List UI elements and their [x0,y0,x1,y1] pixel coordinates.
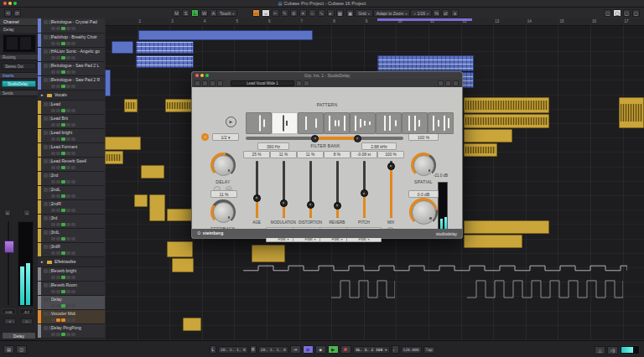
automation-l-button[interactable]: L [191,9,199,17]
plugin-bypass-icon[interactable] [195,80,200,86]
track-edit-button[interactable] [51,251,55,256]
track-read-button[interactable] [71,56,75,60]
preset-name-field[interactable]: Lead Vocal Wide 1 [231,80,294,86]
track-monitor-button[interactable] [56,70,60,75]
track-mute-button[interactable] [44,230,48,235]
track-read-button[interactable] [71,85,75,89]
workspace-toggle-2[interactable]: ▢ [613,9,621,17]
track-write-button[interactable] [66,223,70,227]
track-row[interactable]: Reverb Room [38,282,105,296]
menu-icon[interactable]: ≡ [451,9,459,17]
audio-clip[interactable] [141,165,164,178]
quantize-select[interactable]: ♪ 1/16▾ [410,9,432,17]
sends-section-header[interactable]: Sends [0,90,38,96]
metronome-icon[interactable]: △ [595,346,605,354]
automation-mode-select[interactable]: Touch▾ [216,9,237,17]
track-edit-button[interactable] [51,152,55,156]
pattern-tile-6[interactable] [376,112,402,134]
pattern-play-button[interactable]: ▶ [226,116,236,127]
track-record-button[interactable] [61,85,65,89]
plugin-settings-icon[interactable] [445,80,451,86]
audio-clip[interactable] [134,194,148,207]
track-edit-button[interactable] [51,70,55,75]
track-row[interactable]: 2ndR [38,200,105,215]
track-mute-button[interactable] [44,20,48,24]
play-tool[interactable]: ▸ [327,9,335,17]
audio-clip[interactable] [252,245,285,262]
track-write-button[interactable] [66,152,70,156]
track-mute-button[interactable] [44,49,48,54]
track-monitor-button[interactable] [56,194,60,199]
track-row[interactable]: Retrologue - Crystal Pad [38,18,105,34]
track-write-button[interactable] [66,70,70,75]
track-mute-button[interactable] [44,116,48,121]
track-row[interactable]: Reverb bright [38,267,105,282]
filter-low-value[interactable]: 390 Hz [257,142,289,150]
inserts-section-header[interactable]: Inserts [0,72,38,79]
track-mute-button[interactable] [44,202,48,206]
track-edit-button[interactable] [51,223,55,227]
right-locator-value[interactable]: 20. 1. 1. 0 [258,346,288,354]
track-mute-button[interactable] [44,269,48,273]
track-write-button[interactable] [66,276,70,280]
track-record-button[interactable] [61,123,65,127]
track-monitor-button[interactable] [56,42,60,46]
audio-clip[interactable] [464,114,549,128]
constrain-delay-icon[interactable]: ▤ [3,345,14,354]
plugin-resize-icon[interactable] [453,80,459,86]
track-read-button[interactable] [71,223,75,227]
channel-fader-handle[interactable] [4,241,14,253]
stop-button[interactable]: ■ [315,345,326,354]
midi-clip[interactable] [136,41,194,54]
track-record-button[interactable] [61,290,65,294]
track-read-button[interactable] [71,237,75,241]
track-record-button[interactable] [61,318,65,323]
routing-section-header[interactable]: Routing [0,54,38,60]
snap-icon[interactable]: ▣ [346,9,354,17]
pattern-tile-3[interactable] [298,112,324,134]
automation-curve[interactable] [331,274,395,304]
track-row[interactable]: Retrologue - Saw Pad 2 R [38,76,105,91]
track-write-button[interactable] [66,209,70,213]
track-mute-button[interactable] [44,159,48,163]
track-row[interactable]: Lead Brit [38,115,105,129]
play-button[interactable]: ▶ [328,345,339,354]
output-routing-select[interactable]: Stereo Out [2,63,36,70]
track-record-button[interactable] [61,251,65,256]
track-record-button[interactable] [61,166,65,170]
track-write-button[interactable] [66,56,70,60]
track-monitor-button[interactable] [56,209,60,213]
midi-clip[interactable] [136,55,194,68]
delay-knob[interactable] [210,153,236,178]
plugin-titlebar[interactable]: Grp. Ins. 1 - StudioDelay [192,72,462,79]
color-tool[interactable]: ▦ [336,9,344,17]
track-record-button[interactable] [61,137,65,142]
grid-type-select[interactable]: Grid▾ [355,9,372,17]
feedback-value-box[interactable]: 11 % [210,190,237,198]
slider-handle[interactable] [361,189,368,197]
track-folder-row[interactable]: ▸Vocals [38,91,105,101]
track-mute-button[interactable] [44,102,48,106]
automation-w-button[interactable]: W [200,9,208,17]
preset-next-icon[interactable] [304,80,309,86]
track-write-button[interactable] [66,123,70,127]
track-record-button[interactable] [61,42,65,46]
channel-edit-button[interactable]: e [4,318,16,324]
slider-handle[interactable] [307,201,314,209]
plugin-write-icon[interactable] [210,80,216,86]
track-edit-button[interactable] [51,318,55,323]
redo-icon[interactable]: ⟳ [13,9,21,17]
track-edit-button[interactable] [51,194,55,199]
spatial-value-box[interactable]: 100 % [408,133,439,141]
track-record-button[interactable] [61,194,65,199]
output-knob[interactable] [409,198,438,226]
range-select-tool[interactable]: ⇔ [262,9,270,17]
pattern-tile-4[interactable] [324,112,350,134]
channel-mute-button[interactable]: m [4,210,11,216]
split-tool[interactable]: ✂ [272,9,279,17]
slider-handle[interactable] [334,202,341,210]
track-read-button[interactable] [71,123,75,127]
left-locator-badge[interactable]: L [210,345,216,354]
track-mute-button[interactable] [44,188,48,192]
track-monitor-button[interactable] [56,137,60,142]
